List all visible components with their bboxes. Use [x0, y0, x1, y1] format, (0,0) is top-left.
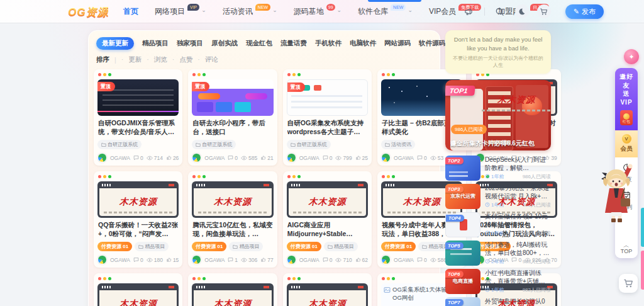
post-title: QQ音乐搬砖！一天收益2张+，0粉可做，“闷声发… [98, 220, 178, 239]
tab-1[interactable]: 最新更新 [96, 37, 134, 50]
tab-8[interactable]: 电脑软件 [350, 39, 376, 48]
avatar [381, 153, 391, 162]
divider: | [114, 56, 116, 64]
comment-count: 0 [417, 257, 427, 263]
category-tag[interactable]: 精品项目 [324, 242, 358, 251]
sort-bar: 排序 | 更新浏览点赞评论 [96, 55, 432, 64]
paid-resource-tag[interactable]: 付费资源 01 [97, 242, 132, 251]
view-count: 710 [335, 257, 352, 263]
nav-item-5[interactable]: 软件仓库NEW⌄ [358, 6, 413, 17]
category-tag[interactable]: 自研正版系统 [192, 140, 236, 149]
sort-option-1[interactable]: 更新 [121, 55, 142, 64]
back-to-top-button[interactable]: ︿ TOP [615, 243, 638, 254]
like-count: 77 [260, 257, 273, 263]
rank-badge: TOP7 [445, 299, 464, 306]
category-tabs: 最新更新精品项目独家项目原创实战现金红包流量话费手机软件电脑软件网站源码软件源码 [94, 36, 435, 51]
author-name: OGAWA [299, 155, 319, 161]
tab-5[interactable]: 现金红包 [246, 39, 272, 48]
cart-icon[interactable] [537, 4, 551, 18]
paid-resource-tag[interactable]: 付费资源 01 [381, 242, 416, 251]
category-tag[interactable]: 自研正版系统 [287, 140, 331, 149]
post-card[interactable]: 木木资源 AIGC商业应用Midjourney+Stable… 付费资源 01精… [283, 171, 372, 268]
post-card[interactable]: 置顶 自研去水印小程序，带后台，送接口 自研正版系统 OGAWA 0 585 2… [188, 69, 277, 166]
post-card[interactable]: 木木资源 QQ音乐搬砖！一天收益2张+，0粉可做，“闷声发… 付费资源 01精品… [94, 171, 182, 268]
publish-button[interactable]: ✎ 发布 [565, 4, 604, 19]
category-tag[interactable]: 活动资讯 [381, 140, 415, 149]
window-dots-icon [287, 72, 368, 79]
ranking-item[interactable]: TOP6 电商直播 小红书电商直播训练营，直播带货+店铺运营+笔记运营 1年前 … [445, 269, 551, 294]
ranking-item[interactable]: TOP2 DeepSeek从入门到进阶教程，解锁DeepSeek的N种… 1年前… [445, 156, 551, 181]
tab-9[interactable]: 网站源码 [384, 39, 411, 48]
check-in-button[interactable]: 签到 [621, 191, 632, 212]
category-tag[interactable]: 自研正版系统 [97, 140, 142, 149]
moon-icon [622, 163, 631, 174]
tools-column: 昼夜 签到 ︿ TOP [615, 157, 638, 258]
author-name: OGAWA [110, 155, 130, 161]
nav-item-4[interactable]: 源码基地99⌄ [294, 6, 341, 17]
ranking-title: DeepSeek从入门到进阶教程，解锁DeepSeek的N种… [485, 156, 551, 172]
comment-count: 0 [323, 155, 333, 161]
megaphone-icon[interactable] [462, 4, 476, 18]
post-card[interactable]: 木木资源 腾讯元宝10亿红包，私域变现，闲鱼接单玩法，… 付费资源 01精品项目… [188, 171, 277, 268]
tab-6[interactable]: 流量话费 [280, 39, 307, 48]
post-thumbnail: 木木资源 [192, 283, 273, 306]
category-tag[interactable]: 精品项目 [229, 242, 263, 251]
chevron-down-icon: ⌄ [408, 7, 413, 13]
up-arrow-icon: ︿ [615, 243, 638, 248]
post-time: 1年前 [485, 286, 504, 293]
tab-7[interactable]: 手机软件 [315, 39, 341, 48]
category-tag[interactable]: 精品项目 [135, 242, 169, 251]
post-card[interactable]: 木木资源 即梦AI合照亲嘴短视频制作教学，氛围感拉满的… [94, 273, 182, 306]
invite-vip-button[interactable]: 邀好友送VIP 红包 [615, 68, 638, 130]
post-time: 2年前 [485, 258, 504, 265]
avatar [97, 153, 107, 162]
edge-tab-cyan[interactable] [641, 208, 644, 247]
cart-icon[interactable] [619, 274, 638, 293]
avatar [381, 255, 391, 264]
ranking-item[interactable]: TOP4 支付宝做任务领2-10元转账红包 2年前 985人已阅读 [445, 212, 551, 237]
post-card[interactable]: 木木资源 LoRA建模与Liblib应用课：工具实操+案例拆解… [283, 273, 372, 306]
nav-badge: 99 [326, 4, 335, 11]
site-logo[interactable]: OG资源 [68, 5, 108, 20]
ranking-thumbnail: TOP3 京东代运营 [445, 184, 480, 209]
coin-icon: V [622, 134, 631, 144]
member-button[interactable]: V 会员 [615, 130, 638, 157]
floating-sidebar: 邀好友送VIP 红包 V 会员 昼夜 签到 ︿ TOP [615, 68, 638, 258]
tab-3[interactable]: 独家项目 [177, 39, 203, 48]
quote-chinese: 不要让糟糕的一天让你误以为有个糟糕的人生 [451, 55, 545, 69]
view-count: 53 [430, 155, 443, 161]
reads-count: 983人已阅读 [523, 258, 551, 265]
nav-item-2[interactable]: 网络项目VIP⌄ [155, 6, 206, 17]
post-title: 自研去水印小程序，带后台，送接口 [192, 118, 272, 137]
ranking-item[interactable]: TOP5 冷门赛道，纯AI搬砖玩法，单日收益800+，快速拿结… 2年前 983… [445, 241, 551, 266]
window-dots-icon [192, 276, 273, 283]
nav-badge: VIP [187, 4, 199, 11]
nav-item-1[interactable]: 首页 [123, 6, 138, 17]
avatar [287, 255, 296, 264]
sparkle-icon[interactable]: ✦ [624, 49, 639, 64]
day-night-toggle[interactable]: 昼夜 [621, 163, 632, 184]
sort-option-4[interactable]: 评论 [197, 55, 218, 64]
search-icon[interactable] [493, 4, 507, 18]
sort-option-2[interactable]: 浏览 [147, 55, 167, 64]
like-count: 62 [355, 257, 368, 263]
dark-mode-icon[interactable] [515, 4, 529, 18]
ranking-top1-banner[interactable]: TOP1 986人已阅读 赚金所集齐卡片必得6.6元红包 [445, 80, 551, 150]
paid-resource-tag[interactable]: 付费资源 01 [287, 242, 321, 251]
tab-2[interactable]: 精品项目 [142, 39, 169, 48]
post-footer: OGAWA 0 180 15 [97, 255, 179, 264]
view-count: 586 [430, 257, 447, 263]
ranking-title: 支付宝做任务领2-10元转账红包 [485, 212, 551, 229]
window-dots-icon [97, 72, 179, 79]
edge-tab-pink[interactable] [641, 251, 644, 290]
nav-item-3[interactable]: 活动资讯NEW⌄ [223, 6, 277, 17]
reads-count: 985人已阅读 [523, 230, 551, 237]
post-tags: 自研正版系统 [97, 140, 179, 149]
sort-option-3[interactable]: 点赞 [172, 55, 193, 64]
tab-4[interactable]: 原创实战 [211, 39, 238, 48]
paid-resource-tag[interactable]: 付费资源 01 [192, 242, 226, 251]
post-card[interactable]: 置顶 自研OG采集发布系统支持wordpress各大主题子… 自研正版系统 OG… [283, 69, 372, 166]
post-card[interactable]: 置顶 自研OGDJMIX音乐管理系统，带支付/会员/音乐人… 自研正版系统 OG… [94, 69, 182, 166]
tab-10[interactable]: 软件源码 [419, 39, 445, 48]
post-card[interactable]: 木木资源 LoRA训练进阶实战课：从基础原理到素材打标+3D… [188, 273, 277, 306]
